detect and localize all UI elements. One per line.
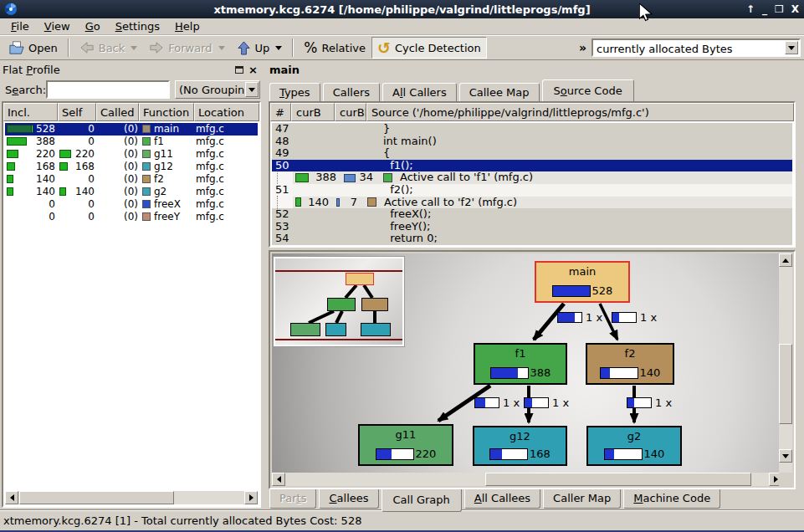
close-button[interactable]: X bbox=[791, 0, 799, 18]
graph-node-main[interactable]: main528 bbox=[535, 261, 630, 303]
titlebar[interactable]: xtmemory.kcg.6274 [/home/philippe/valgri… bbox=[0, 0, 804, 18]
curb-bar-icon bbox=[295, 197, 301, 207]
source-line-row[interactable]: 48int main() bbox=[272, 136, 792, 148]
cycle-detection-button[interactable]: ↺ Cycle Detection bbox=[371, 37, 487, 59]
graph-node-g12[interactable]: g12168 bbox=[473, 426, 567, 466]
flat-profile-row-g2[interactable]: 140140(0)g2mfg.c bbox=[5, 186, 258, 198]
call-fold-icon bbox=[277, 171, 278, 184]
menu-help[interactable]: Help bbox=[167, 18, 207, 34]
tab-all-callees[interactable]: All Callees bbox=[464, 489, 540, 509]
flat-profile-row-freeX[interactable]: 00(0)freeXmfg.c bbox=[5, 198, 258, 211]
forward-button[interactable]: Forward bbox=[143, 37, 230, 59]
call-graph-viewport[interactable]: main528f1388f2140g11220g12168g21401 x1 x… bbox=[272, 253, 782, 476]
dock-close-icon[interactable]: × bbox=[248, 66, 258, 74]
source-column-header[interactable]: curBk bbox=[335, 103, 366, 121]
tab-call-graph[interactable]: Call Graph bbox=[382, 489, 462, 512]
relative-button[interactable]: % Relative bbox=[298, 37, 371, 59]
graph-node-label: f1 bbox=[475, 347, 566, 360]
graph-overview-minimap[interactable] bbox=[274, 257, 404, 346]
line-number-cell: 49 bbox=[272, 147, 293, 160]
column-header-location[interactable]: Location bbox=[194, 103, 259, 121]
scrollbar-corner bbox=[779, 473, 792, 486]
flat-profile-row-g11[interactable]: 220220(0)g11mfg.c bbox=[5, 148, 258, 161]
overview-node bbox=[325, 323, 346, 336]
graph-node-g11[interactable]: g11220 bbox=[358, 424, 453, 466]
grouping-combobox[interactable]: (No Grouping) bbox=[175, 80, 260, 99]
dock-float-icon[interactable] bbox=[235, 66, 243, 74]
source-call-row[interactable]: 38834Active call to 'f1' (mfg.c) bbox=[272, 171, 792, 184]
flat-profile-row-f2[interactable]: 1400(0)f2mfg.c bbox=[5, 173, 258, 186]
source-line-row[interactable]: 52 freeX(); bbox=[272, 208, 792, 221]
function-cell: f2 bbox=[141, 173, 196, 186]
maximize-button[interactable]: ❒ bbox=[775, 0, 784, 18]
source-line-row[interactable]: 54 return 0; bbox=[272, 233, 792, 245]
flat-profile-row-g12[interactable]: 168168(0)g12mfg.c bbox=[5, 161, 258, 173]
combo-dropdown-button[interactable] bbox=[245, 82, 259, 97]
overview-edge bbox=[336, 311, 342, 323]
function-cell: f1 bbox=[141, 136, 196, 148]
graph-node-f2[interactable]: f2140 bbox=[586, 343, 674, 385]
column-header-self[interactable]: Self bbox=[58, 103, 96, 121]
graph-node-f1[interactable]: f1388 bbox=[474, 343, 567, 385]
cost-bar-icon bbox=[604, 448, 643, 460]
tab-source-code[interactable]: Source Code bbox=[542, 79, 634, 101]
shade-button[interactable]: ↑ bbox=[746, 0, 755, 18]
minimize-button[interactable]: _ bbox=[762, 0, 767, 18]
edge-cost-bar-fill bbox=[612, 313, 619, 322]
graph-hscrollbar[interactable] bbox=[272, 473, 782, 486]
menu-settings[interactable]: Settings bbox=[108, 18, 167, 34]
back-button[interactable]: Back bbox=[74, 37, 144, 59]
self-bar bbox=[59, 187, 66, 196]
tab-all-callers[interactable]: All Callers bbox=[382, 83, 457, 101]
hscroll-thumb[interactable] bbox=[19, 491, 174, 504]
flat-profile-dock-titlebar[interactable]: Flat Profile × bbox=[3, 62, 261, 78]
scroll-up-button[interactable] bbox=[779, 253, 792, 267]
scroll-left-button[interactable] bbox=[272, 473, 285, 486]
menu-file[interactable]: File bbox=[3, 18, 37, 34]
up-button[interactable]: Up bbox=[231, 37, 289, 59]
tab-types[interactable]: Types bbox=[269, 83, 320, 101]
toolbar-overflow-chevron[interactable]: » bbox=[579, 41, 586, 54]
tab-callees[interactable]: Callees bbox=[319, 489, 378, 509]
source-line-row[interactable]: 53 freeY(); bbox=[272, 221, 792, 233]
overview-node bbox=[346, 273, 374, 285]
graph-vscrollbar[interactable] bbox=[779, 253, 792, 476]
source-code-text: freeY(); bbox=[293, 221, 430, 233]
back-dropdown-icon[interactable] bbox=[131, 46, 137, 50]
tab-machine-code[interactable]: Machine Code bbox=[623, 489, 720, 509]
function-cell: freeX bbox=[141, 198, 196, 211]
combo-dropdown-button[interactable] bbox=[785, 41, 798, 54]
column-header-function[interactable]: Function bbox=[139, 103, 194, 121]
menu-view[interactable]: View bbox=[37, 18, 78, 34]
edge-call-count-label: 1 x bbox=[612, 311, 657, 324]
flat-profile-row-f1[interactable]: 3880(0)f1mfg.c bbox=[5, 136, 258, 148]
tab-caller-map[interactable]: Caller Map bbox=[543, 489, 621, 509]
scroll-right-button[interactable] bbox=[244, 491, 258, 504]
column-header-called[interactable]: Called bbox=[96, 103, 139, 121]
up-dropdown-icon[interactable] bbox=[275, 46, 282, 50]
hscroll-thumb[interactable] bbox=[485, 473, 751, 486]
source-column-header[interactable]: Source ('/home/philippe/valgrind/littlep… bbox=[366, 103, 794, 121]
flat-profile-row-main[interactable]: 5280(0)mainmfg.c bbox=[5, 123, 258, 136]
event-type-combobox[interactable]: currently allocated Bytes bbox=[591, 38, 801, 57]
flat-profile-row-freeY[interactable]: 00(0)freeYmfg.c bbox=[5, 211, 258, 223]
menu-go[interactable]: Go bbox=[78, 18, 108, 34]
tab-callers[interactable]: Callers bbox=[323, 83, 380, 101]
source-line-row[interactable]: 49{ bbox=[272, 147, 792, 160]
source-line-row[interactable]: 47} bbox=[272, 123, 792, 136]
forward-dropdown-icon[interactable] bbox=[218, 46, 225, 50]
tab-callee-map[interactable]: Callee Map bbox=[459, 83, 540, 101]
open-button[interactable]: Open bbox=[3, 37, 64, 59]
scroll-down-button[interactable] bbox=[779, 449, 792, 463]
source-line-row[interactable]: 50 f1(); bbox=[272, 160, 792, 172]
source-call-row[interactable]: 1407Active call to 'f2' (mfg.c) bbox=[272, 197, 792, 209]
source-column-header[interactable]: curB bbox=[291, 103, 335, 121]
vscroll-thumb[interactable] bbox=[779, 344, 792, 424]
source-line-row[interactable]: 51 f2(); bbox=[272, 184, 792, 197]
tab-parts: Parts bbox=[269, 489, 316, 509]
column-header-incl[interactable]: Incl. bbox=[3, 103, 58, 121]
search-input[interactable] bbox=[46, 80, 170, 99]
scroll-left-button[interactable] bbox=[5, 491, 18, 504]
source-column-header[interactable]: # bbox=[270, 103, 291, 121]
graph-node-g2[interactable]: g2140 bbox=[586, 426, 682, 466]
